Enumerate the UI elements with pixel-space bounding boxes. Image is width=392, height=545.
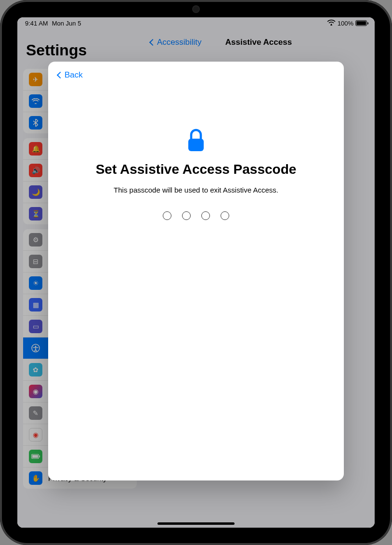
passcode-dots (163, 211, 229, 220)
modal-title: Set Assistive Access Passcode (96, 162, 297, 177)
svg-rect-6 (188, 139, 204, 151)
battery-icon (355, 20, 367, 26)
svg-point-5 (330, 24, 332, 26)
chevron-left-icon (57, 72, 64, 78)
status-date: Mon Jun 5 (52, 20, 81, 27)
passcode-dot (201, 211, 210, 220)
screen: Settings ✈︎ (17, 17, 375, 528)
lock-icon (185, 128, 207, 153)
passcode-dot (163, 211, 171, 220)
ipad-camera (193, 6, 199, 12)
modal-back-button[interactable]: Back (58, 70, 83, 80)
battery-percent: 100% (338, 20, 353, 27)
modal-back-label: Back (65, 70, 83, 80)
status-time: 9:41 AM (25, 20, 48, 27)
passcode-dot (182, 211, 191, 220)
ipad-frame: Settings ✈︎ (0, 0, 392, 545)
modal-subtitle: This passcode will be used to exit Assis… (114, 186, 278, 194)
passcode-dot (221, 211, 229, 220)
passcode-modal: Back Set Assistive Access Passcode This … (48, 62, 344, 480)
home-indicator[interactable] (157, 522, 235, 525)
wifi-icon (327, 19, 336, 27)
status-bar: 9:41 AM Mon Jun 5 100% (17, 17, 375, 29)
